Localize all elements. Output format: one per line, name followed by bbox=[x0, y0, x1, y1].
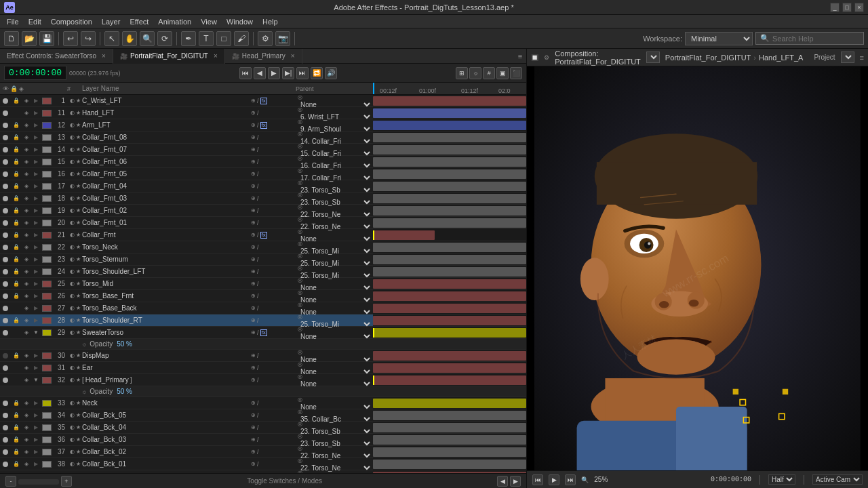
menu-help[interactable]: Help bbox=[258, 16, 282, 27]
timeline-zoom-in[interactable]: + bbox=[61, 476, 72, 487]
vis-toggle[interactable] bbox=[0, 269, 11, 274]
breadcrumb-comp[interactable]: PortraitFlat_For_DIGITUT bbox=[665, 54, 751, 62]
shy-toggle[interactable]: ◈ bbox=[22, 461, 31, 467]
panel-menu-button[interactable]: ≡ bbox=[514, 52, 526, 60]
pencil-icon[interactable]: / bbox=[257, 268, 259, 275]
solo-btn[interactable]: ◐ bbox=[68, 281, 76, 287]
expand-toggle[interactable]: ▶ bbox=[31, 244, 41, 250]
undo-button[interactable]: ↩ bbox=[63, 31, 78, 46]
timeline-bar[interactable] bbox=[373, 145, 526, 155]
pencil-icon[interactable]: / bbox=[257, 232, 259, 239]
switch-btn[interactable]: ⊕ bbox=[251, 412, 256, 418]
expand-toggle[interactable]: ▶ bbox=[31, 232, 41, 238]
timeline-bar[interactable] bbox=[373, 206, 526, 216]
pencil-icon[interactable]: / bbox=[257, 293, 259, 300]
shy-toggle[interactable]: ◈ bbox=[22, 412, 31, 418]
parent-select[interactable]: None bbox=[298, 380, 372, 388]
fit-view-button[interactable]: ⊞ bbox=[456, 67, 468, 79]
timeline-row[interactable] bbox=[373, 205, 526, 217]
pencil-icon[interactable]: / bbox=[257, 424, 259, 431]
timeline-row[interactable] bbox=[373, 266, 526, 278]
lock-toggle[interactable]: 🔒 bbox=[11, 268, 22, 274]
timeline-bar[interactable] bbox=[373, 351, 526, 361]
opacity-value[interactable]: 50 % bbox=[117, 388, 132, 395]
pen-tool[interactable]: ✒ bbox=[181, 31, 196, 46]
shy-toggle[interactable]: ◈ bbox=[22, 171, 31, 177]
preview-transport-prev[interactable]: ⏮ bbox=[532, 474, 543, 485]
shy-toggle[interactable]: ◈ bbox=[22, 232, 31, 238]
expand-toggle[interactable]: ▶ bbox=[31, 352, 41, 359]
first-frame-button[interactable]: ⏮ bbox=[239, 67, 252, 79]
solo-btn[interactable]: ◐ bbox=[68, 317, 76, 323]
vis-toggle[interactable] bbox=[0, 281, 11, 287]
expand-toggle[interactable]: ▶ bbox=[31, 412, 41, 418]
solo-btn[interactable]: ◐ bbox=[68, 377, 76, 383]
opacity-value[interactable]: 50 % bbox=[117, 340, 132, 348]
close-head-primary[interactable]: × bbox=[291, 52, 295, 60]
maximize-button[interactable]: □ bbox=[842, 3, 852, 12]
zoom-tool[interactable]: 🔍 bbox=[140, 31, 155, 46]
timeline-row[interactable] bbox=[373, 119, 526, 131]
timeline-row[interactable] bbox=[373, 409, 526, 422]
lock-toggle[interactable]: 🔒 bbox=[11, 146, 22, 152]
shape-tool[interactable]: □ bbox=[216, 31, 231, 46]
switch-btn[interactable]: ⊕ bbox=[251, 110, 256, 116]
shy-toggle[interactable]: ◈ bbox=[22, 400, 31, 406]
switch-btn[interactable]: ⊕ bbox=[251, 134, 256, 140]
menu-effect[interactable]: Effect bbox=[125, 16, 153, 27]
timeline-row[interactable] bbox=[373, 362, 526, 374]
solo-btn[interactable]: ◐ bbox=[68, 195, 76, 201]
timeline-bar[interactable] bbox=[373, 218, 526, 228]
pencil-icon[interactable]: / bbox=[257, 98, 259, 104]
parent-select[interactable]: None bbox=[298, 332, 372, 341]
lock-toggle[interactable]: 🔒 bbox=[11, 98, 22, 104]
switch-btn[interactable]: ⊕ bbox=[251, 268, 256, 274]
vis-toggle[interactable] bbox=[0, 135, 11, 140]
expand-toggle[interactable]: ▶ bbox=[31, 317, 41, 323]
timeline-row[interactable] bbox=[373, 253, 526, 266]
pencil-icon[interactable]: / bbox=[257, 171, 259, 178]
timeline-bar[interactable] bbox=[373, 435, 526, 445]
timeline-bar[interactable] bbox=[373, 279, 526, 289]
open-button[interactable]: 📂 bbox=[22, 31, 37, 46]
timeline-row[interactable] bbox=[373, 144, 526, 156]
pencil-icon[interactable]: / bbox=[257, 159, 259, 165]
playhead[interactable] bbox=[373, 83, 374, 94]
solo-btn[interactable]: ◐ bbox=[68, 220, 76, 226]
timeline-bar[interactable] bbox=[373, 328, 526, 338]
solo-btn[interactable]: ◐ bbox=[68, 412, 76, 418]
text-tool[interactable]: T bbox=[199, 31, 214, 46]
timeline-row[interactable] bbox=[373, 278, 526, 290]
show-grid-button[interactable]: # bbox=[483, 67, 495, 79]
menu-layer[interactable]: Layer bbox=[98, 16, 125, 27]
pencil-icon[interactable]: / bbox=[257, 281, 259, 287]
pencil-icon[interactable]: / bbox=[257, 134, 259, 141]
shy-toggle[interactable]: ◈ bbox=[22, 110, 31, 116]
shy-toggle[interactable]: ◈ bbox=[22, 146, 31, 152]
switch-btn[interactable]: ⊕ bbox=[251, 317, 256, 323]
expand-toggle[interactable]: ▶ bbox=[31, 171, 41, 177]
vis-toggle[interactable] bbox=[0, 318, 11, 323]
switch-btn[interactable]: ⊕ bbox=[251, 98, 256, 104]
solo-btn[interactable]: ◐ bbox=[68, 305, 76, 311]
tl-next-btn[interactable]: ▶ bbox=[510, 476, 521, 487]
window-controls[interactable]: _ □ × bbox=[830, 3, 864, 12]
switch-btn[interactable]: ⊕ bbox=[251, 146, 256, 152]
timeline-bar[interactable] bbox=[373, 108, 526, 118]
timeline-row[interactable] bbox=[373, 192, 526, 205]
vis-toggle[interactable] bbox=[0, 437, 11, 443]
vis-toggle[interactable] bbox=[0, 245, 11, 250]
expand-toggle[interactable]: ▶ bbox=[31, 110, 41, 116]
vis-toggle[interactable] bbox=[0, 365, 11, 371]
panel-collapse-icon[interactable]: ≡ bbox=[860, 54, 864, 62]
shy-toggle[interactable]: ◈ bbox=[22, 122, 31, 128]
solo-btn[interactable]: ◐ bbox=[68, 424, 76, 430]
lock-toggle[interactable]: 🔒 bbox=[11, 317, 22, 323]
timeline-row[interactable] bbox=[373, 217, 526, 229]
lock-toggle[interactable]: 🔒 bbox=[11, 449, 22, 455]
switch-btn[interactable]: ⊕ bbox=[251, 281, 256, 287]
expand-toggle[interactable]: ▶ bbox=[31, 305, 41, 311]
menu-composition[interactable]: Composition bbox=[47, 16, 96, 27]
menu-animation[interactable]: Animation bbox=[154, 16, 195, 27]
vis-toggle[interactable] bbox=[0, 449, 11, 455]
